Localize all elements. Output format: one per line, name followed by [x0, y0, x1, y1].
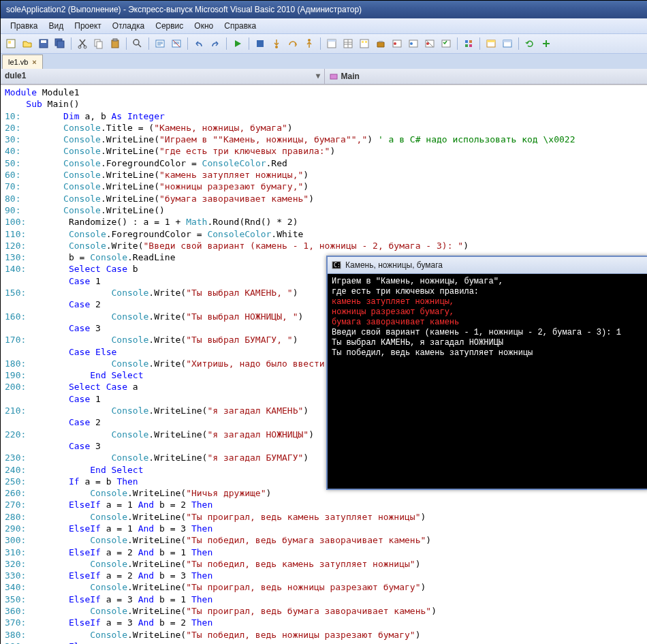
- uncomment-icon[interactable]: [169, 36, 184, 51]
- solution-explorer-icon[interactable]: [324, 36, 339, 51]
- stop-debug-icon[interactable]: [253, 36, 268, 51]
- svg-point-27: [410, 42, 413, 45]
- open-icon[interactable]: [20, 36, 35, 51]
- tab-file[interactable]: le1.vb ×: [2, 55, 43, 69]
- properties-icon[interactable]: [341, 36, 356, 51]
- svg-rect-38: [503, 40, 511, 42]
- console-output: Играем в "Камень, ножницы, бумага", где …: [328, 274, 647, 361]
- window2-icon[interactable]: [500, 36, 515, 51]
- svg-rect-22: [362, 41, 364, 43]
- tab-label: le1.vb: [8, 58, 28, 66]
- console-titlebar[interactable]: C:\ Камень, ножницы, бумага: [328, 257, 647, 274]
- object-browser-icon[interactable]: [357, 36, 372, 51]
- separator: [457, 37, 458, 50]
- code-nav: dule1 ▾ Main: [1, 69, 647, 85]
- menu-edit[interactable]: Правка: [5, 19, 44, 33]
- svg-rect-21: [360, 40, 368, 48]
- error-list-icon[interactable]: [390, 36, 405, 51]
- new-project-icon[interactable]: [3, 36, 18, 51]
- redo-icon[interactable]: [208, 36, 223, 51]
- menubar: Правка Вид Проект Отладка Сервис Окно Сп…: [1, 18, 647, 34]
- separator: [320, 37, 321, 50]
- menu-window[interactable]: Окно: [189, 19, 219, 33]
- svg-point-12: [133, 40, 139, 45]
- menu-view[interactable]: Вид: [44, 19, 69, 33]
- extensions-icon[interactable]: [461, 36, 476, 51]
- svg-point-17: [308, 39, 311, 42]
- step-out-icon[interactable]: [302, 36, 317, 51]
- menu-project[interactable]: Проект: [69, 19, 107, 33]
- titlebar[interactable]: soleApplication2 (Выполнение) - Экспресс…: [1, 1, 647, 18]
- separator: [249, 37, 249, 50]
- step-into-icon[interactable]: [269, 36, 284, 51]
- paste-icon[interactable]: [108, 36, 123, 51]
- undo-icon[interactable]: [191, 36, 206, 51]
- plus-icon[interactable]: [539, 36, 554, 51]
- menu-help[interactable]: Справка: [219, 19, 262, 33]
- separator: [148, 37, 149, 50]
- step-over-icon[interactable]: [285, 36, 300, 51]
- svg-point-25: [394, 42, 396, 45]
- svg-text:C:\: C:\: [334, 262, 341, 269]
- find-icon[interactable]: [130, 36, 145, 51]
- svg-rect-19: [328, 40, 336, 42]
- save-icon[interactable]: [36, 36, 51, 51]
- svg-rect-32: [469, 40, 472, 43]
- svg-point-16: [275, 46, 278, 48]
- output-icon[interactable]: [422, 36, 437, 51]
- svg-rect-5: [57, 41, 64, 48]
- separator: [71, 37, 72, 50]
- start-debug-icon[interactable]: [230, 36, 245, 51]
- tabstrip: le1.vb ×: [1, 54, 647, 69]
- task-list-icon[interactable]: [439, 36, 454, 51]
- cut-icon[interactable]: [75, 36, 90, 51]
- svg-rect-1: [8, 41, 11, 44]
- toolbox-icon[interactable]: [373, 36, 388, 51]
- window-icon[interactable]: [484, 36, 499, 51]
- svg-rect-9: [97, 42, 102, 48]
- refresh-icon[interactable]: [522, 36, 537, 51]
- immediate-icon[interactable]: [406, 36, 421, 51]
- console-icon: C:\: [332, 260, 341, 270]
- svg-rect-34: [469, 44, 472, 47]
- svg-rect-11: [113, 39, 117, 41]
- method-icon: [329, 72, 338, 81]
- separator: [226, 37, 227, 50]
- svg-rect-10: [112, 40, 119, 48]
- svg-rect-23: [365, 41, 367, 43]
- tab-close-icon[interactable]: ×: [32, 58, 36, 66]
- copy-icon[interactable]: [91, 36, 106, 51]
- separator: [126, 37, 127, 50]
- svg-rect-39: [330, 74, 337, 79]
- console-window[interactable]: C:\ Камень, ножницы, бумага Играем в "Ка…: [326, 256, 647, 490]
- separator: [479, 37, 480, 50]
- svg-rect-36: [487, 40, 495, 42]
- console-title-text: Камень, ножницы, бумага: [345, 260, 443, 270]
- toolbar: [1, 34, 647, 54]
- main-window: soleApplication2 (Выполнение) - Экспресс…: [0, 0, 647, 644]
- separator: [187, 37, 188, 50]
- svg-rect-33: [465, 44, 468, 47]
- svg-rect-31: [465, 40, 468, 43]
- nav-class-dropdown[interactable]: dule1 ▾: [1, 69, 325, 84]
- menu-debug[interactable]: Отладка: [107, 19, 150, 33]
- save-all-icon[interactable]: [52, 36, 67, 51]
- separator: [518, 37, 519, 50]
- nav-method-dropdown[interactable]: Main: [325, 69, 648, 84]
- svg-rect-3: [41, 40, 46, 43]
- window-title: soleApplication2 (Выполнение) - Экспресс…: [6, 5, 362, 14]
- menu-service[interactable]: Сервис: [150, 19, 189, 33]
- svg-rect-15: [257, 40, 264, 47]
- comment-icon[interactable]: [153, 36, 168, 51]
